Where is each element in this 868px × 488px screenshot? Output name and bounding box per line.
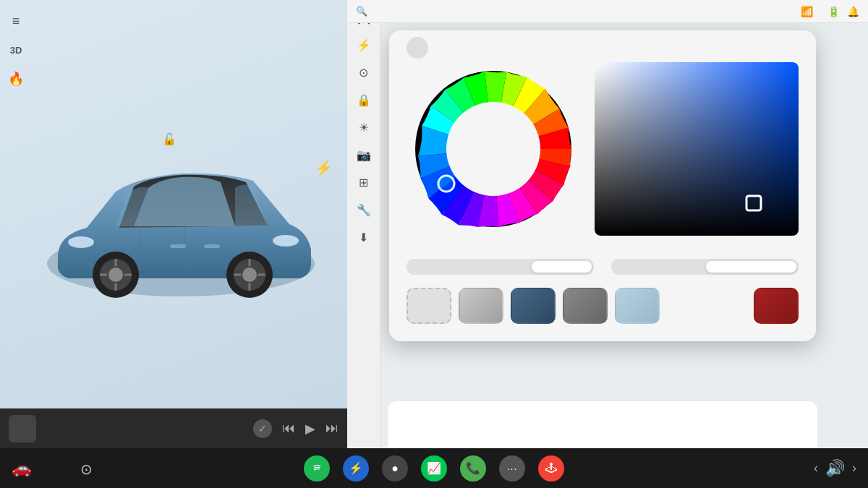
top-bar: 🔍 📶 🔋 🔔 [347,0,868,23]
sidebar-icon-steering[interactable]: ⊙ [352,61,375,84]
bolt-icon: ⚡ [315,159,333,176]
solid-option[interactable] [409,261,469,273]
sidebar-icon-camera[interactable]: 📷 [352,143,375,166]
search-area[interactable]: 🔍 [356,6,793,17]
person-icon: 🔥 [6,69,26,89]
car-image [29,116,333,318]
swatch-silver[interactable] [459,288,503,324]
svg-point-23 [446,102,540,196]
spotify-button[interactable] [304,455,330,481]
svg-rect-20 [204,244,220,248]
swatch-light-blue[interactable] [615,288,660,324]
svg-point-3 [109,267,123,282]
taskbar-vol-next[interactable]: › [852,461,856,476]
top-bar-icons: 📶 🔋 🔔 [801,6,859,17]
gradient-picker[interactable] [595,62,799,236]
metallic-option[interactable] [470,261,530,273]
next-track-button[interactable]: ⏭ [326,421,339,436]
svg-point-29 [311,462,323,474]
paint-options [407,259,594,275]
swatch-red[interactable] [754,288,799,324]
battery-icon: 🔋 [827,6,840,17]
paint-type-group [407,253,594,275]
taskbar-car-icon[interactable]: 🚗 [12,459,31,478]
swatch-dark-blue[interactable] [511,288,556,324]
sidebar-icon-bolt[interactable]: ⚡ [352,33,375,56]
sidebar-icon-brightness[interactable]: ☀ [352,116,375,139]
svg-point-25 [438,176,454,192]
sidebar-icon-wrench[interactable]: 🔧 [352,198,375,221]
media-player: ✓ ⏮ ▶ ⏭ [0,408,347,448]
trim-options [611,259,799,275]
colorizer-modal [389,30,816,341]
sidebar-icon-lock[interactable]: 🔒 [352,88,375,111]
sidebar: 🚘 ⚡ ⊙ 🔒 ☀ 📷 ⊞ 🔧 ⬇ [347,0,380,448]
main-content [380,23,868,488]
black-trim-option[interactable] [706,261,797,273]
volume-icon[interactable]: 🔊 [825,459,845,478]
left-panel-icons: ≡ 3D 🔥 [6,11,26,89]
media-album-art [9,415,36,442]
svg-point-15 [68,236,94,248]
add-swatch-button[interactable] [407,288,451,324]
bluetooth-button[interactable]: ⚡ [343,455,369,481]
matte-option[interactable] [532,261,592,273]
taskbar-left: 🚗 ⊙ [12,459,304,478]
swatches-row [407,288,799,324]
prev-track-button[interactable]: ⏮ [282,421,295,436]
modal-close-button[interactable] [407,37,428,59]
sidebar-icon-download[interactable]: ⬇ [352,226,375,249]
play-button[interactable]: ▶ [305,421,315,437]
svg-point-16 [273,235,299,247]
dashboard-icon: ≡ [6,11,26,31]
svg-rect-19 [170,244,186,248]
3d-icon: 3D [6,40,26,60]
trim-group [611,253,799,275]
modal-overlay [388,30,817,488]
svg-rect-27 [595,62,799,236]
sidebar-icon-sliders[interactable]: ⊞ [352,171,375,194]
signal-icon: 📶 [801,6,813,17]
paint-section [407,253,799,275]
paint-row [407,253,799,275]
color-controls [407,62,799,236]
bell-icon: 🔔 [847,6,859,17]
svg-point-6 [242,267,257,282]
swatch-gray[interactable] [563,288,608,324]
media-check-button[interactable]: ✓ [253,419,272,438]
color-wheel-container[interactable] [407,62,580,236]
left-panel: ≡ 3D 🔥 🔓 [0,0,347,448]
steering-wheel-icon[interactable]: ⊙ [80,461,93,478]
chrome-trim-option[interactable] [613,261,705,273]
media-controls[interactable]: ✓ ⏮ ▶ ⏭ [253,419,339,438]
search-icon: 🔍 [356,6,367,17]
